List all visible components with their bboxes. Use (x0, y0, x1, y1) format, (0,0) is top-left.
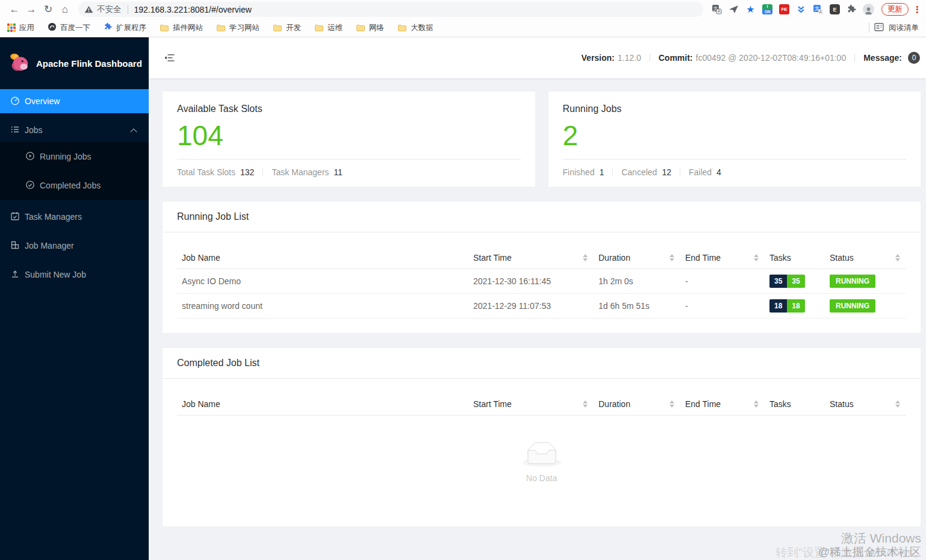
sort-icon[interactable] (583, 254, 588, 261)
end-time-cell: - (680, 294, 765, 319)
upload-icon (10, 269, 20, 281)
update-button[interactable]: 更新 (881, 3, 909, 16)
message-count-badge[interactable]: 0 (908, 52, 920, 64)
bookmark-folder-bigdata[interactable]: 大数据 (397, 23, 433, 33)
tasks-total-badge: 35 (769, 275, 787, 288)
folder-icon (273, 23, 282, 32)
col-duration[interactable]: Duration (594, 393, 680, 415)
sort-icon[interactable] (670, 400, 674, 408)
evernote-extension-icon[interactable]: E (828, 3, 841, 16)
bookmark-label: 运维 (328, 23, 343, 33)
sort-icon[interactable] (670, 254, 674, 261)
reading-list-icon (874, 23, 884, 33)
home-icon[interactable]: ⌂ (57, 2, 73, 17)
stat-value: 132 (240, 167, 254, 177)
running-jobs-value: 2 (563, 119, 907, 152)
running-job-list-card: Running Job List Job Name Start Time Dur… (163, 202, 921, 333)
translate-page-icon[interactable]: 文A (710, 3, 723, 16)
bookmark-extensions[interactable]: 扩展程序 (104, 22, 146, 33)
end-time-cell: - (680, 269, 765, 294)
extensions-puzzle-icon[interactable] (845, 3, 858, 16)
version-value: 1.12.0 (618, 53, 641, 63)
stat-label: Finished (563, 167, 595, 177)
bookmark-folder-plugins[interactable]: 插件网站 (160, 23, 203, 33)
commit-value: fc00492 @ 2020-12-02T08:49:16+01:00 (696, 53, 847, 63)
duration-cell: 1h 2m 0s (594, 269, 680, 294)
message-label: Message: (863, 53, 902, 63)
fe-extension-icon[interactable]: FE (778, 3, 791, 16)
back-icon[interactable]: ← (6, 2, 23, 17)
sidebar-item-submit-new-job[interactable]: Submit New Job (0, 263, 149, 287)
logo-row[interactable]: Apache Flink Dashboard (0, 37, 149, 89)
sort-icon[interactable] (895, 400, 900, 408)
build-icon (10, 240, 20, 252)
chevron-up-icon (131, 128, 137, 133)
main-area: Version: 1.12.0 Commit: fc00492 @ 2020-1… (149, 37, 926, 560)
browser-menu-icon[interactable]: ⋮ (913, 4, 920, 15)
sidebar-item-job-manager[interactable]: Job Manager (0, 234, 149, 258)
profile-avatar-icon[interactable] (862, 3, 875, 16)
itab-extension-icon[interactable]: iON (761, 3, 774, 16)
bookmark-label: 插件网站 (173, 23, 203, 33)
menu-fold-icon[interactable] (164, 53, 175, 63)
bookmark-folder-learning[interactable]: 学习网站 (216, 23, 259, 33)
tasks-cell: 1818 (765, 294, 825, 319)
translate-extension-icon[interactable]: 文A (812, 3, 824, 16)
duration-cell: 1d 6h 5m 51s (594, 294, 680, 319)
bookmark-baidu[interactable]: 百度一下 (48, 22, 90, 33)
available-task-slots-card: Available Task Slots 104 Total Task Slot… (163, 92, 535, 187)
completed-job-table: Job Name Start Time Duration End Time Ta… (177, 393, 906, 512)
sidebar-item-task-managers[interactable]: Task Managers (0, 205, 149, 229)
send-icon[interactable] (727, 3, 740, 16)
col-end-time[interactable]: End Time (680, 247, 765, 269)
card-title: Running Jobs (563, 104, 907, 114)
stat-value: 11 (334, 167, 343, 177)
col-start-time[interactable]: Start Time (468, 393, 594, 415)
col-duration[interactable]: Duration (594, 247, 680, 269)
stat-label: Total Task Slots (177, 167, 235, 177)
col-status[interactable]: Status (825, 393, 906, 415)
double-chevron-icon[interactable] (795, 3, 807, 16)
folder-icon (397, 23, 407, 32)
sort-icon[interactable] (754, 254, 759, 261)
job-name-cell[interactable]: Async IO Demo (177, 269, 468, 294)
sort-icon[interactable] (895, 254, 900, 261)
stat-label: Canceled (621, 167, 657, 177)
empty-state: No Data (177, 415, 906, 512)
card-title: Available Task Slots (177, 104, 521, 114)
table-row[interactable]: Async IO Demo 2021-12-30 16:11:45 1h 2m … (177, 269, 906, 294)
sort-icon[interactable] (754, 400, 759, 408)
bookmark-label: 网络 (369, 23, 384, 33)
col-start-time[interactable]: Start Time (468, 247, 594, 269)
bookmarks-separator (869, 23, 869, 33)
sidebar-item-jobs[interactable]: Jobs (0, 118, 149, 142)
address-bar[interactable]: 不安全 192.168.3.221:8081/#/overview (78, 2, 703, 17)
sidebar-item-running-jobs[interactable]: Running Jobs (0, 145, 149, 169)
col-tasks: Tasks (765, 393, 825, 415)
bookmark-folder-network[interactable]: 网络 (356, 23, 384, 33)
col-end-time[interactable]: End Time (680, 393, 765, 415)
url-text[interactable]: 192.168.3.221:8081/#/overview (134, 5, 252, 14)
sidebar-item-label: Overview (25, 96, 60, 106)
stat-value: 1 (599, 167, 604, 177)
commit-label: Commit: (659, 53, 693, 63)
sidebar-item-label: Job Manager (25, 241, 74, 250)
running-job-list-title: Running Job List (163, 202, 921, 232)
bookmark-apps[interactable]: 应用 (7, 23, 34, 33)
sidebar-item-completed-jobs[interactable]: Completed Jobs (0, 173, 149, 198)
forward-icon[interactable]: → (23, 2, 40, 17)
sidebar-item-overview[interactable]: Overview (0, 89, 149, 113)
sort-icon[interactable] (583, 400, 588, 408)
reading-list-button[interactable]: 阅读清单 (889, 23, 919, 33)
version-label: Version: (582, 53, 615, 63)
bookmark-folder-ops[interactable]: 运维 (314, 23, 343, 33)
status-cell: RUNNING (825, 294, 906, 319)
col-status[interactable]: Status (825, 247, 906, 269)
security-chip[interactable]: 不安全 (84, 4, 122, 15)
job-name-cell[interactable]: streaming word count (177, 294, 468, 319)
play-circle-icon (25, 151, 35, 163)
reload-icon[interactable]: ↻ (40, 2, 57, 17)
bookmark-star-icon[interactable]: ★ (744, 3, 757, 16)
bookmark-folder-dev[interactable]: 开发 (273, 23, 301, 33)
table-row[interactable]: streaming word count 2021-12-29 11:07:53… (177, 294, 906, 319)
